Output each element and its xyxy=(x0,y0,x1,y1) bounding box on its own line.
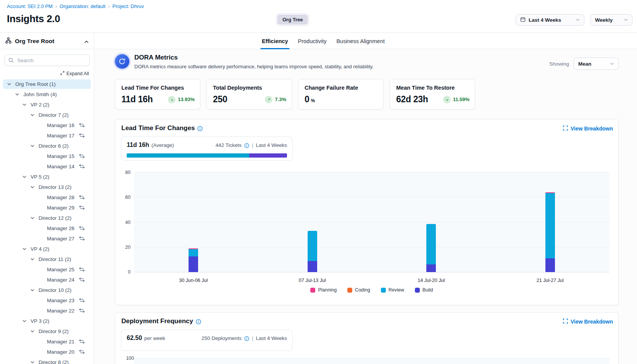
chevron-down-icon[interactable] xyxy=(31,361,34,364)
tree-item[interactable]: Director 7 (2) xyxy=(0,110,94,120)
info-icon[interactable] xyxy=(197,126,203,131)
bar-21-jul-27-jul[interactable] xyxy=(545,192,555,272)
legend-item-build[interactable]: Build xyxy=(415,287,433,293)
tree-item[interactable]: Manager 14 xyxy=(0,161,94,172)
tab-efficiency[interactable]: Efficiency xyxy=(262,33,288,49)
metric-card-value-row: 250↗7.3% xyxy=(213,94,286,105)
tree-item[interactable]: Director 13 (2) xyxy=(0,182,94,192)
tree-item[interactable]: Manager 24 xyxy=(0,275,94,285)
chevron-down-icon[interactable] xyxy=(23,320,26,322)
legend-item-coding[interactable]: Coding xyxy=(347,287,370,293)
tab-productivity[interactable]: Productivity xyxy=(298,33,327,49)
tree-item[interactable]: Manager 15 xyxy=(0,151,94,161)
tree-item[interactable]: Director 8 (2) xyxy=(0,357,94,364)
showing-select[interactable]: Mean xyxy=(574,58,619,70)
deployment-view-breakdown-link[interactable]: View Breakdown xyxy=(563,319,613,325)
metric-card-value-row: 0% xyxy=(305,94,378,105)
phase-bar-segment-build[interactable] xyxy=(249,153,287,158)
metric-card-value-row: 11d 16h↘13.93% xyxy=(121,94,195,105)
tree-item[interactable]: Director 11 (2) xyxy=(0,254,94,264)
legend-item-planning[interactable]: Planning xyxy=(310,287,337,293)
tree-item[interactable]: Manager 16 xyxy=(0,120,94,130)
tree-item[interactable]: Manager 21 xyxy=(0,337,94,347)
info-icon[interactable] xyxy=(244,336,249,341)
collapse-sidebar-icon[interactable] xyxy=(84,38,89,45)
chevron-down-icon[interactable] xyxy=(15,93,19,96)
chevron-down-icon[interactable] xyxy=(31,145,34,147)
chevron-down-icon[interactable] xyxy=(31,217,34,219)
legend-item-review[interactable]: Review xyxy=(381,287,404,293)
search-input[interactable] xyxy=(5,55,90,66)
compare-arrows-icon[interactable] xyxy=(79,298,85,303)
tree-item-label: Manager 17 xyxy=(47,133,74,139)
chevron-down-icon[interactable] xyxy=(7,83,11,85)
tree-item-label: VP 3 (2) xyxy=(31,318,49,324)
tree-item[interactable]: VP 2 (2) xyxy=(0,100,94,110)
compare-arrows-icon[interactable] xyxy=(79,226,85,230)
chevron-down-icon[interactable] xyxy=(23,103,26,106)
tree-item[interactable]: Manager 17 xyxy=(0,130,94,141)
metric-card: Mean Time To Restore62d 23h↘11.59% xyxy=(390,79,475,110)
tree-item-label: Manager 20 xyxy=(47,349,74,355)
chevron-down-icon[interactable] xyxy=(31,186,34,188)
x-axis-labels: 30 Jun-06 Jul07 Jul-13 Jul14 Jul-20 Jul2… xyxy=(134,278,610,285)
tree-item[interactable]: VP 5 (2) xyxy=(0,172,94,182)
compare-arrows-icon[interactable] xyxy=(79,267,85,272)
chevron-down-icon[interactable] xyxy=(31,330,34,333)
tree-item[interactable]: Director 9 (2) xyxy=(0,326,94,337)
tree-item[interactable]: Org Tree Root (1) xyxy=(0,79,94,89)
info-icon[interactable] xyxy=(196,319,201,324)
granularity-select[interactable]: Weekly xyxy=(590,14,632,26)
chevron-down-icon[interactable] xyxy=(23,248,26,250)
tree-item[interactable]: Manager 20 xyxy=(0,347,94,357)
breadcrumb-link[interactable]: Project: Dhruv xyxy=(113,3,144,9)
compare-arrows-icon[interactable] xyxy=(79,123,85,127)
tree-item[interactable]: Manager 29 xyxy=(0,203,94,213)
tree-item[interactable]: VP 4 (2) xyxy=(0,244,94,254)
bar-14-jul-20-jul[interactable] xyxy=(426,224,436,272)
lead-time-summary-meta: 442 Tickets | Last 4 Weeks xyxy=(216,142,287,148)
compare-arrows-icon[interactable] xyxy=(79,205,85,210)
tree-item[interactable]: Manager 25 xyxy=(0,264,94,275)
tree-item[interactable]: Director 12 (2) xyxy=(0,213,94,223)
tree-item[interactable]: Manager 23 xyxy=(0,295,94,306)
tree-item[interactable]: John Smith (4) xyxy=(0,89,94,100)
chevron-down-icon[interactable] xyxy=(31,289,34,292)
tree-item-label: Manager 28 xyxy=(47,195,74,200)
bar-07-jul-13-jul[interactable] xyxy=(308,231,317,272)
chevron-down-icon[interactable] xyxy=(31,258,34,261)
trend-down-icon: ↘ xyxy=(443,96,451,103)
chevron-down-icon[interactable] xyxy=(23,176,26,178)
compare-arrows-icon[interactable] xyxy=(79,277,85,282)
chevron-down-icon[interactable] xyxy=(31,114,34,116)
tab-business-alignment[interactable]: Business Alignment xyxy=(336,33,385,49)
compare-arrows-icon[interactable] xyxy=(79,195,85,200)
compare-arrows-icon[interactable] xyxy=(79,236,85,241)
tree-item[interactable]: Manager 27 xyxy=(0,234,94,244)
page-title: Insights 2.0 xyxy=(7,13,60,25)
tree-item[interactable]: Manager 26 xyxy=(0,223,94,234)
tree-item[interactable]: Manager 28 xyxy=(0,192,94,203)
y-tick-label: 0 xyxy=(115,269,131,275)
tree-item[interactable]: VP 3 (2) xyxy=(0,316,94,326)
tree-item[interactable]: Manager 22 xyxy=(0,306,94,316)
tree-item[interactable]: Director 10 (2) xyxy=(0,285,94,295)
compare-arrows-icon[interactable] xyxy=(79,350,85,354)
compare-arrows-icon[interactable] xyxy=(79,308,85,313)
dora-title: DORA Metrics xyxy=(134,54,374,61)
lead-time-view-breakdown-link[interactable]: View Breakdown xyxy=(563,126,613,132)
expand-all-button[interactable]: Expand All xyxy=(60,71,89,76)
bar-30-jun-06-jul[interactable] xyxy=(189,248,198,272)
phase-bar-segment-review[interactable] xyxy=(127,153,249,158)
compare-arrows-icon[interactable] xyxy=(79,164,85,169)
compare-arrows-icon[interactable] xyxy=(79,339,85,344)
breadcrumb-link[interactable]: Account: SEI 2.0 PM xyxy=(7,3,53,9)
breadcrumb-link[interactable]: Organization: default xyxy=(60,3,105,9)
org-tree-toggle-button[interactable]: Org Tree xyxy=(277,15,308,24)
compare-arrows-icon[interactable] xyxy=(79,133,85,138)
date-range-select[interactable]: Last 4 Weeks xyxy=(516,14,584,26)
info-icon[interactable] xyxy=(244,143,249,148)
tree-item[interactable]: Director 6 (2) xyxy=(0,141,94,151)
compare-arrows-icon[interactable] xyxy=(79,154,85,158)
metric-card: Total Deployments250↗7.3% xyxy=(206,79,292,110)
